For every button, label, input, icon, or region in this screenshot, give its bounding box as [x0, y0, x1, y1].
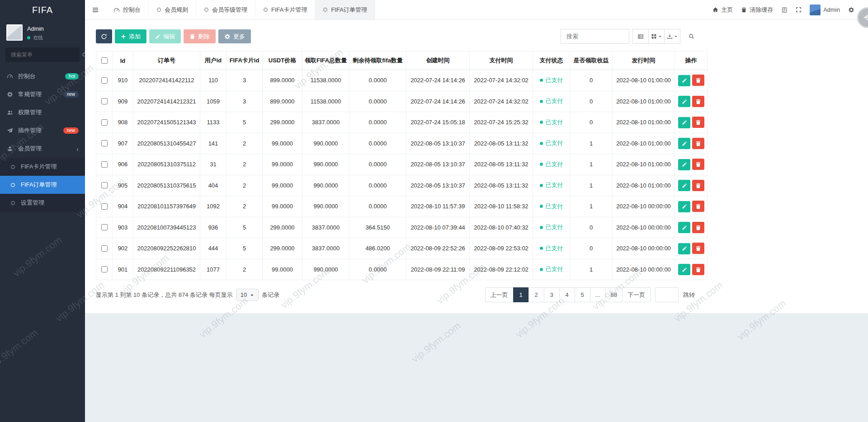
row-checkbox[interactable]	[101, 266, 108, 272]
cell-total: 990.0000	[302, 259, 349, 280]
delete-row-button[interactable]	[692, 201, 704, 212]
edit-row-button[interactable]	[678, 201, 690, 212]
trash-icon	[741, 7, 747, 13]
log-button[interactable]	[781, 7, 788, 13]
sidebar-item-fifa-order[interactable]: FIFA订单管理	[0, 176, 85, 194]
edit-row-button[interactable]	[678, 75, 690, 86]
tab-dashboard[interactable]: 控制台	[106, 0, 149, 19]
tab-fifa-order[interactable]: FIFA订单管理	[315, 0, 375, 19]
delete-row-button[interactable]	[692, 180, 704, 191]
page-88[interactable]: 88	[605, 287, 623, 302]
row-checkbox[interactable]	[101, 245, 108, 252]
export-button[interactable]	[664, 29, 680, 44]
page-2[interactable]: 2	[528, 287, 544, 302]
status-badge: 已支付	[540, 76, 563, 84]
delete-button[interactable]: 删除	[184, 29, 216, 43]
jump-page-input[interactable]	[655, 287, 679, 302]
delete-row-button[interactable]	[692, 222, 704, 233]
row-checkbox[interactable]	[101, 182, 108, 188]
advanced-search-button[interactable]	[683, 29, 699, 44]
table-search-input[interactable]	[566, 33, 624, 40]
sidebar-search-input[interactable]	[10, 51, 82, 58]
status-badge: 已支付	[540, 244, 563, 253]
hamburger-menu-icon[interactable]	[85, 0, 106, 19]
pencil-icon	[682, 78, 687, 83]
sidebar-item-fifa-card[interactable]: FIFA卡片管理	[0, 158, 85, 176]
sidebar-item-dashboard[interactable]: 控制台hot	[0, 67, 85, 85]
edit-row-button[interactable]	[678, 264, 690, 275]
sidebar-item-auth[interactable]: 权限管理	[0, 103, 85, 122]
edit-row-button[interactable]	[678, 96, 690, 107]
cell-actions	[675, 217, 708, 238]
edit-row-button[interactable]	[678, 138, 690, 149]
toggle-view-button[interactable]	[632, 29, 649, 44]
sidebar-item-settings[interactable]: 设置管理	[0, 194, 85, 212]
delete-row-button[interactable]	[692, 138, 704, 149]
cell-income: 1	[570, 196, 613, 217]
row-checkbox[interactable]	[101, 140, 108, 146]
sidebar-item-member[interactable]: 会员管理‹	[0, 140, 85, 158]
edit-button[interactable]: 编辑	[149, 29, 181, 43]
delete-row-button[interactable]	[692, 243, 704, 254]
cell-total: 990.0000	[302, 133, 349, 154]
row-checkbox[interactable]	[101, 224, 108, 230]
cell-income: 0	[570, 70, 613, 91]
delete-row-button[interactable]	[692, 264, 704, 275]
jump-button[interactable]: 跳转	[679, 291, 699, 299]
cell-card-id: 5	[226, 238, 263, 259]
sidebar-item-addon[interactable]: 插件管理new	[0, 122, 85, 140]
edit-row-button[interactable]	[678, 159, 690, 170]
delete-row-button[interactable]	[692, 75, 704, 86]
fullscreen-button[interactable]	[796, 7, 802, 13]
delete-row-button[interactable]	[692, 117, 704, 128]
tab-member-rules[interactable]: 会员规则	[149, 0, 196, 19]
fullscreen-icon	[796, 7, 802, 13]
delete-row-button[interactable]	[692, 96, 704, 107]
edit-row-button[interactable]	[678, 117, 690, 128]
more-button[interactable]: 更多	[218, 29, 251, 43]
edit-row-button[interactable]	[678, 222, 690, 233]
row-checkbox[interactable]	[101, 119, 108, 126]
edit-row-button[interactable]	[678, 243, 690, 254]
edit-row-button[interactable]	[678, 180, 690, 191]
home-link[interactable]: 主页	[712, 6, 733, 14]
select-all-checkbox[interactable]	[101, 57, 108, 64]
page-4[interactable]: 4	[559, 287, 575, 302]
page-prev[interactable]: 上一页	[485, 287, 514, 302]
clear-cache-button[interactable]: 清除缓存	[741, 6, 773, 14]
trash-icon	[695, 161, 701, 167]
page-1[interactable]: 1	[513, 287, 529, 302]
cell-order-no: 202208051310375615	[133, 175, 200, 196]
column-header: 操作	[675, 52, 708, 70]
add-button[interactable]: 添加	[115, 29, 146, 43]
cell-paid: 2022-08-09 22:53:02	[470, 238, 533, 259]
page-next[interactable]: 下一页	[622, 287, 651, 302]
tab-fifa-card[interactable]: FIFA卡片管理	[255, 0, 315, 19]
refresh-button[interactable]	[96, 29, 112, 43]
table-row: 90820220724150512134311335299.00003837.0…	[96, 112, 708, 133]
cell-issued: 2022-08-10 01:00:00	[613, 133, 675, 154]
row-checkbox[interactable]	[101, 98, 108, 104]
settings-button[interactable]	[848, 7, 854, 13]
cell-id: 907	[113, 133, 133, 154]
status-dot-icon	[540, 226, 543, 229]
status-badge: 已支付	[540, 118, 563, 127]
status-dot-icon	[540, 100, 543, 103]
page-3[interactable]: 3	[544, 287, 560, 302]
page-5[interactable]: 5	[575, 287, 590, 302]
columns-button[interactable]	[648, 29, 665, 44]
cell-income: 1	[570, 259, 613, 280]
row-checkbox[interactable]	[101, 161, 108, 168]
user-menu[interactable]: Admin	[810, 5, 840, 15]
sidebar-item-general[interactable]: 常规管理new	[0, 85, 85, 103]
tab-member-level[interactable]: 会员等级管理	[196, 0, 255, 19]
sidebar: FIFA Admin 在线 控制台hot常规管理new权限管理插件管理new会员…	[0, 0, 85, 422]
cell-status: 已支付	[533, 238, 570, 259]
row-checkbox[interactable]	[101, 77, 108, 84]
row-checkbox[interactable]	[101, 203, 108, 210]
sidebar-search	[5, 47, 80, 62]
user-avatar[interactable]	[6, 24, 23, 41]
pencil-icon	[682, 246, 687, 251]
page-size-select[interactable]: 10	[236, 289, 259, 301]
delete-row-button[interactable]	[692, 159, 704, 170]
